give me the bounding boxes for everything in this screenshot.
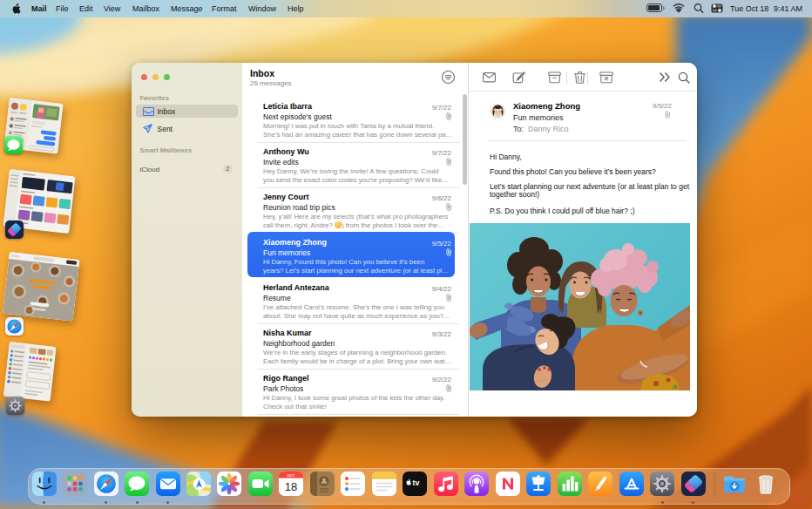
svg-text:18: 18 [285, 480, 297, 493]
svg-text:tv: tv [413, 478, 420, 487]
svg-text:OCT: OCT [288, 473, 295, 478]
